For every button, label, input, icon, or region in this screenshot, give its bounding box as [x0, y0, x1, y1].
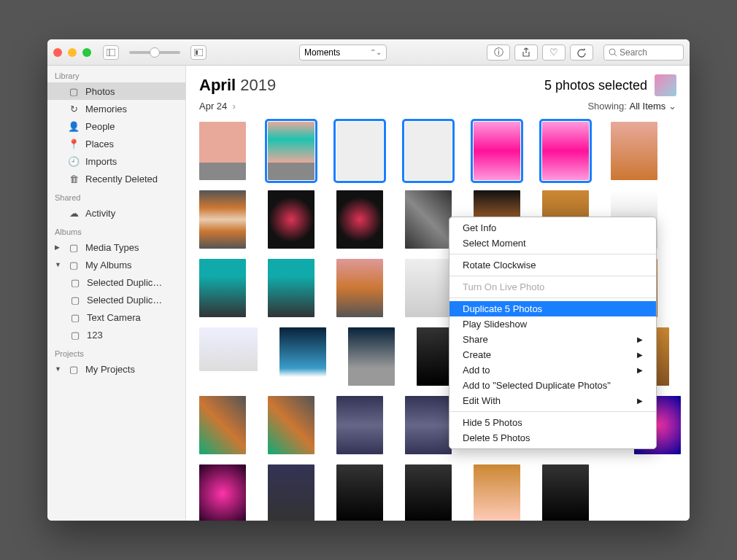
sidebar-item-imports[interactable]: 🕘 Imports [47, 152, 185, 170]
chevron-right-icon: › [233, 101, 236, 112]
photo-thumb[interactable] [405, 464, 452, 521]
photo-thumb[interactable] [268, 259, 315, 317]
chevron-updown-icon: ⌃⌄ [370, 48, 382, 56]
zoom-icon[interactable] [82, 48, 91, 57]
sidebar-album-4[interactable]: ▢ 123 [47, 326, 185, 343]
page-title: April 2019 [199, 76, 276, 95]
photo-thumb[interactable] [405, 122, 452, 180]
showing-filter[interactable]: Showing: All Items ⌄ [587, 101, 676, 112]
sidebar-album-2[interactable]: ▢ Selected Duplic… [47, 291, 185, 308]
photo-thumb[interactable] [268, 464, 315, 521]
folder-icon: ▢ [68, 241, 80, 253]
ctx-edit-with[interactable]: Edit With▶ [449, 393, 656, 408]
ctx-share[interactable]: Share▶ [449, 332, 656, 347]
photo-thumb[interactable] [336, 396, 383, 454]
ctx-live-photo: Turn On Live Photo [449, 279, 656, 295]
photo-thumb[interactable] [405, 190, 452, 249]
photo-thumb[interactable] [405, 259, 452, 317]
svg-point-4 [609, 49, 615, 55]
photo-thumb[interactable] [199, 396, 246, 454]
photo-thumb[interactable] [348, 327, 395, 386]
rotate-button[interactable] [570, 44, 593, 61]
photo-thumb[interactable] [336, 190, 383, 249]
chevron-right-icon: ▶ [637, 335, 643, 343]
sidebar-toggle-icon[interactable] [103, 45, 119, 60]
folder-icon: ▢ [68, 363, 80, 375]
photo-grid: Get Info Select Moment Rotate Clockwise … [186, 117, 690, 521]
photo-thumb[interactable] [542, 122, 589, 180]
search-input[interactable] [620, 47, 678, 58]
menu-separator [449, 411, 656, 412]
photos-window: Moments ⌃⌄ ⓘ ♡ Library ▢ Photos [47, 39, 690, 521]
selection-count: 5 photos selected [544, 78, 647, 93]
sidebar-item-media-types[interactable]: ▶▢ Media Types [47, 238, 185, 256]
photo-thumb[interactable] [336, 259, 383, 317]
favorite-button[interactable]: ♡ [542, 44, 566, 61]
photo-thumb[interactable] [405, 396, 452, 454]
photo-thumb[interactable] [199, 259, 246, 317]
chevron-right-icon: ▶ [637, 366, 643, 374]
main-header: April 2019 5 photos selected [186, 66, 690, 99]
sidebar-item-places[interactable]: 📍 Places [47, 135, 185, 152]
photo-thumb[interactable] [199, 190, 246, 249]
folder-icon: ▢ [68, 259, 80, 271]
zoom-slider[interactable] [129, 51, 180, 54]
ctx-rotate[interactable]: Rotate Clockwise [449, 257, 656, 273]
minimize-icon[interactable] [68, 48, 77, 57]
view-selector-label: Moments [304, 47, 340, 58]
album-icon: ▢ [69, 311, 81, 323]
sidebar-album-3[interactable]: ▢ Text Camera [47, 308, 185, 326]
photo-thumb[interactable] [268, 190, 315, 249]
album-icon: ▢ [69, 294, 81, 306]
sidebar-item-recently-deleted[interactable]: 🗑 Recently Deleted [47, 170, 185, 187]
view-selector[interactable]: Moments ⌃⌄ [299, 44, 387, 61]
date-crumb[interactable]: Apr 24 › [199, 101, 236, 112]
ctx-add-to-album[interactable]: Add to "Selected Duplicate Photos" [449, 378, 656, 393]
photo-thumb[interactable] [542, 464, 589, 521]
ctx-add-to[interactable]: Add to▶ [449, 362, 656, 378]
sidebar-item-my-albums[interactable]: ▼▢ My Albums [47, 256, 185, 273]
photo-thumb[interactable] [336, 464, 383, 521]
ctx-duplicate[interactable]: Duplicate 5 Photos [449, 301, 656, 316]
photo-thumb[interactable] [199, 122, 246, 180]
search-field[interactable] [603, 44, 684, 61]
chevron-down-icon: ▼ [55, 261, 62, 268]
sidebar-item-people[interactable]: 👤 People [47, 117, 185, 135]
close-icon[interactable] [53, 48, 62, 57]
photo-thumb[interactable] [268, 122, 315, 180]
ctx-get-info[interactable]: Get Info [449, 220, 656, 236]
sidebar-section-albums: Albums [47, 222, 185, 238]
album-icon: ▢ [69, 329, 81, 341]
photo-thumb[interactable] [199, 464, 246, 521]
photo-thumb[interactable] [336, 122, 383, 180]
sidebar-item-photos[interactable]: ▢ Photos [47, 82, 185, 100]
search-icon [609, 48, 617, 57]
ctx-slideshow[interactable]: Play Slideshow [449, 316, 656, 332]
header-thumbnail[interactable] [655, 74, 676, 96]
info-button[interactable]: ⓘ [487, 44, 510, 61]
titlebar: Moments ⌃⌄ ⓘ ♡ [47, 39, 690, 66]
toolbar-actions: ⓘ ♡ [487, 44, 593, 61]
memories-icon: ↻ [68, 103, 80, 114]
photo-thumb[interactable] [268, 396, 315, 454]
thumbnails-icon[interactable] [190, 45, 207, 60]
sidebar-album-1[interactable]: ▢ Selected Duplic… [47, 273, 185, 291]
photo-thumb[interactable] [474, 464, 520, 521]
ctx-select-moment[interactable]: Select Moment [449, 236, 656, 251]
photo-thumb[interactable] [611, 122, 657, 180]
sidebar-item-my-projects[interactable]: ▼▢ My Projects [47, 360, 185, 378]
svg-line-5 [614, 54, 617, 56]
ctx-delete[interactable]: Delete 5 Photos [449, 430, 656, 446]
share-button[interactable] [514, 44, 538, 61]
ctx-hide[interactable]: Hide 5 Photos [449, 415, 656, 430]
trash-icon: 🗑 [68, 173, 80, 184]
ctx-create[interactable]: Create▶ [449, 347, 656, 362]
menu-separator [449, 276, 656, 276]
photo-thumb[interactable] [279, 327, 326, 386]
photo-thumb[interactable] [199, 327, 258, 371]
photo-thumb[interactable] [474, 122, 520, 180]
traffic-lights [53, 48, 91, 57]
places-icon: 📍 [68, 138, 80, 149]
sidebar-item-activity[interactable]: ☁ Activity [47, 204, 185, 222]
sidebar-item-memories[interactable]: ↻ Memories [47, 100, 185, 117]
